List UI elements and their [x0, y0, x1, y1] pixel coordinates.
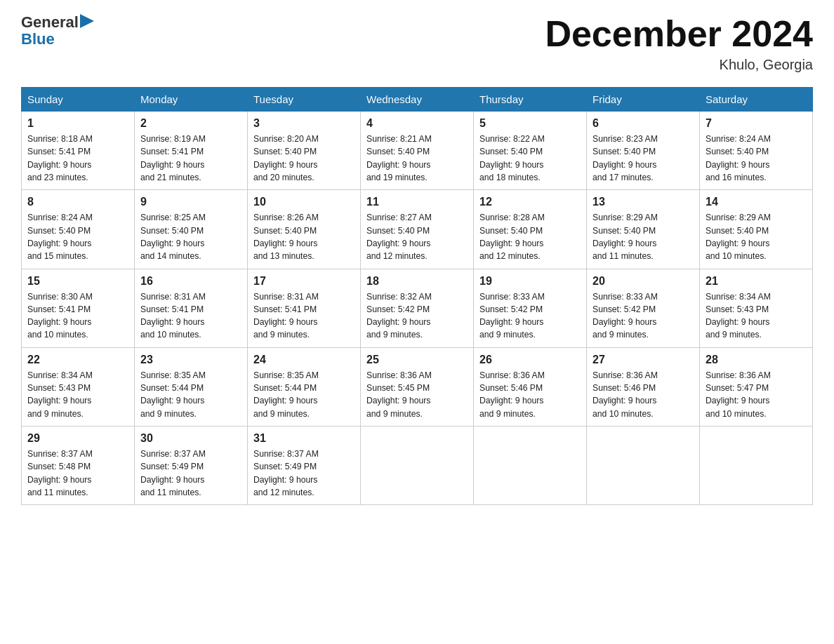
- day-info: Sunrise: 8:32 AMSunset: 5:42 PMDaylight:…: [366, 290, 468, 342]
- table-row: 3Sunrise: 8:20 AMSunset: 5:40 PMDaylight…: [248, 112, 361, 190]
- day-info: Sunrise: 8:31 AMSunset: 5:41 PMDaylight:…: [253, 290, 355, 342]
- day-number: 5: [479, 117, 581, 130]
- day-number: 1: [27, 117, 128, 130]
- day-number: 7: [706, 117, 807, 130]
- day-number: 27: [593, 354, 694, 366]
- table-row: 21Sunrise: 8:34 AMSunset: 5:43 PMDayligh…: [700, 269, 813, 347]
- day-number: 23: [140, 354, 241, 366]
- day-info: Sunrise: 8:26 AMSunset: 5:40 PMDaylight:…: [253, 211, 355, 262]
- svg-marker-0: [80, 14, 94, 28]
- day-info: Sunrise: 8:21 AMSunset: 5:40 PMDaylight:…: [366, 133, 468, 184]
- table-row: 6Sunrise: 8:23 AMSunset: 5:40 PMDaylight…: [587, 112, 700, 190]
- day-number: 21: [706, 275, 807, 288]
- day-info: Sunrise: 8:20 AMSunset: 5:40 PMDaylight:…: [253, 133, 355, 184]
- page-header: General Blue December 2024 Khulo, Georgi…: [21, 14, 813, 73]
- table-row: 2Sunrise: 8:19 AMSunset: 5:41 PMDaylight…: [135, 112, 248, 190]
- day-number: 9: [140, 196, 241, 208]
- day-number: 10: [253, 196, 355, 208]
- header-sunday: Sunday: [22, 88, 135, 112]
- table-row: 28Sunrise: 8:36 AMSunset: 5:47 PMDayligh…: [700, 347, 813, 426]
- day-info: Sunrise: 8:37 AMSunset: 5:49 PMDaylight:…: [253, 448, 355, 499]
- logo-arrow-icon: [80, 14, 94, 28]
- day-number: 25: [366, 354, 468, 366]
- table-row: 5Sunrise: 8:22 AMSunset: 5:40 PMDaylight…: [474, 112, 587, 190]
- day-info: Sunrise: 8:18 AMSunset: 5:41 PMDaylight:…: [27, 133, 128, 184]
- day-number: 29: [27, 432, 128, 445]
- day-info: Sunrise: 8:24 AMSunset: 5:40 PMDaylight:…: [27, 211, 128, 262]
- day-info: Sunrise: 8:33 AMSunset: 5:42 PMDaylight:…: [593, 290, 694, 342]
- day-info: Sunrise: 8:29 AMSunset: 5:40 PMDaylight:…: [706, 211, 807, 262]
- day-number: 15: [27, 275, 128, 288]
- header-tuesday: Tuesday: [248, 88, 361, 112]
- location: Khulo, Georgia: [545, 57, 813, 73]
- calendar-header: Sunday Monday Tuesday Wednesday Thursday…: [22, 88, 813, 112]
- table-row: 4Sunrise: 8:21 AMSunset: 5:40 PMDaylight…: [361, 112, 474, 190]
- header-thursday: Thursday: [474, 88, 587, 112]
- table-row: 10Sunrise: 8:26 AMSunset: 5:40 PMDayligh…: [248, 190, 361, 269]
- day-info: Sunrise: 8:19 AMSunset: 5:41 PMDaylight:…: [140, 133, 241, 184]
- day-number: 26: [479, 354, 581, 366]
- day-number: 24: [253, 354, 355, 366]
- day-info: Sunrise: 8:23 AMSunset: 5:40 PMDaylight:…: [593, 133, 694, 184]
- day-info: Sunrise: 8:36 AMSunset: 5:46 PMDaylight:…: [593, 369, 694, 420]
- table-row: [474, 426, 587, 504]
- header-wednesday: Wednesday: [361, 88, 474, 112]
- day-number: 22: [27, 354, 128, 366]
- table-row: 1Sunrise: 8:18 AMSunset: 5:41 PMDaylight…: [22, 112, 135, 190]
- day-info: Sunrise: 8:34 AMSunset: 5:43 PMDaylight:…: [27, 369, 128, 420]
- day-number: 16: [140, 275, 241, 288]
- table-row: 24Sunrise: 8:35 AMSunset: 5:44 PMDayligh…: [248, 347, 361, 426]
- day-info: Sunrise: 8:27 AMSunset: 5:40 PMDaylight:…: [366, 211, 468, 262]
- day-info: Sunrise: 8:36 AMSunset: 5:45 PMDaylight:…: [366, 369, 468, 420]
- table-row: 19Sunrise: 8:33 AMSunset: 5:42 PMDayligh…: [474, 269, 587, 347]
- day-info: Sunrise: 8:29 AMSunset: 5:40 PMDaylight:…: [593, 211, 694, 262]
- day-info: Sunrise: 8:28 AMSunset: 5:40 PMDaylight:…: [479, 211, 581, 262]
- table-row: 15Sunrise: 8:30 AMSunset: 5:41 PMDayligh…: [22, 269, 135, 347]
- table-row: 16Sunrise: 8:31 AMSunset: 5:41 PMDayligh…: [135, 269, 248, 347]
- calendar-table: Sunday Monday Tuesday Wednesday Thursday…: [21, 87, 813, 505]
- table-row: 11Sunrise: 8:27 AMSunset: 5:40 PMDayligh…: [361, 190, 474, 269]
- day-info: Sunrise: 8:37 AMSunset: 5:48 PMDaylight:…: [27, 448, 128, 499]
- table-row: [587, 426, 700, 504]
- table-row: [700, 426, 813, 504]
- logo-blue: Blue: [21, 31, 94, 48]
- day-info: Sunrise: 8:34 AMSunset: 5:43 PMDaylight:…: [706, 290, 807, 342]
- day-number: 6: [593, 117, 694, 130]
- table-row: 30Sunrise: 8:37 AMSunset: 5:49 PMDayligh…: [135, 426, 248, 504]
- table-row: 7Sunrise: 8:24 AMSunset: 5:40 PMDaylight…: [700, 112, 813, 190]
- day-info: Sunrise: 8:24 AMSunset: 5:40 PMDaylight:…: [706, 133, 807, 184]
- table-row: 9Sunrise: 8:25 AMSunset: 5:40 PMDaylight…: [135, 190, 248, 269]
- day-info: Sunrise: 8:25 AMSunset: 5:40 PMDaylight:…: [140, 211, 241, 262]
- table-row: 29Sunrise: 8:37 AMSunset: 5:48 PMDayligh…: [22, 426, 135, 504]
- day-number: 18: [366, 275, 468, 288]
- table-row: [361, 426, 474, 504]
- day-info: Sunrise: 8:36 AMSunset: 5:46 PMDaylight:…: [479, 369, 581, 420]
- day-number: 12: [479, 196, 581, 208]
- logo: General Blue: [21, 14, 94, 48]
- table-row: 13Sunrise: 8:29 AMSunset: 5:40 PMDayligh…: [587, 190, 700, 269]
- table-row: 8Sunrise: 8:24 AMSunset: 5:40 PMDaylight…: [22, 190, 135, 269]
- calendar-body: 1Sunrise: 8:18 AMSunset: 5:41 PMDaylight…: [22, 112, 813, 505]
- day-number: 13: [593, 196, 694, 208]
- day-info: Sunrise: 8:30 AMSunset: 5:41 PMDaylight:…: [27, 290, 128, 342]
- day-number: 14: [706, 196, 807, 208]
- table-row: 14Sunrise: 8:29 AMSunset: 5:40 PMDayligh…: [700, 190, 813, 269]
- day-info: Sunrise: 8:36 AMSunset: 5:47 PMDaylight:…: [706, 369, 807, 420]
- day-info: Sunrise: 8:31 AMSunset: 5:41 PMDaylight:…: [140, 290, 241, 342]
- table-row: 25Sunrise: 8:36 AMSunset: 5:45 PMDayligh…: [361, 347, 474, 426]
- table-row: 17Sunrise: 8:31 AMSunset: 5:41 PMDayligh…: [248, 269, 361, 347]
- logo-general: General: [21, 14, 79, 31]
- table-row: 20Sunrise: 8:33 AMSunset: 5:42 PMDayligh…: [587, 269, 700, 347]
- day-number: 8: [27, 196, 128, 208]
- day-info: Sunrise: 8:35 AMSunset: 5:44 PMDaylight:…: [140, 369, 241, 420]
- table-row: 18Sunrise: 8:32 AMSunset: 5:42 PMDayligh…: [361, 269, 474, 347]
- table-row: 26Sunrise: 8:36 AMSunset: 5:46 PMDayligh…: [474, 347, 587, 426]
- table-row: 27Sunrise: 8:36 AMSunset: 5:46 PMDayligh…: [587, 347, 700, 426]
- title-block: December 2024 Khulo, Georgia: [545, 14, 813, 73]
- day-number: 30: [140, 432, 241, 445]
- day-info: Sunrise: 8:33 AMSunset: 5:42 PMDaylight:…: [479, 290, 581, 342]
- day-info: Sunrise: 8:22 AMSunset: 5:40 PMDaylight:…: [479, 133, 581, 184]
- month-title: December 2024: [545, 14, 813, 54]
- header-friday: Friday: [587, 88, 700, 112]
- day-number: 4: [366, 117, 468, 130]
